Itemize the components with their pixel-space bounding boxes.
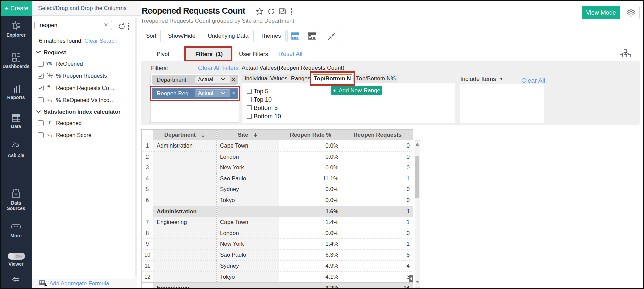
svg-text:Σ: Σ — [44, 282, 47, 286]
